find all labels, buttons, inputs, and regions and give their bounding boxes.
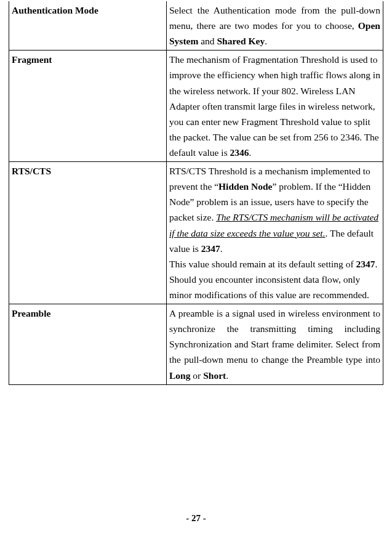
setting-desc-preamble: A preamble is a signal used in wireless … <box>167 304 383 385</box>
setting-desc-fragment: The mechanism of Fragmentation Threshold… <box>167 51 383 162</box>
setting-desc-rts-cts: RTS/CTS Threshold is a mechanism impleme… <box>167 162 383 304</box>
table-row: Fragment The mechanism of Fragmentation … <box>9 51 383 162</box>
table-row: RTS/CTS RTS/CTS Threshold is a mechanism… <box>9 162 383 304</box>
setting-label-authentication-mode: Authentication Mode <box>9 1 167 51</box>
setting-desc-authentication-mode: Select the Authentication mode from the … <box>167 1 383 51</box>
table-row: Preamble A preamble is a signal used in … <box>9 304 383 385</box>
setting-label-fragment: Fragment <box>9 51 167 162</box>
settings-table: Authentication Mode Select the Authentic… <box>9 1 383 385</box>
page-number: - 27 - <box>0 513 392 524</box>
page-content: Authentication Mode Select the Authentic… <box>0 0 392 385</box>
setting-label-preamble: Preamble <box>9 304 167 385</box>
rts-cts-paragraph-2: This value should remain at its default … <box>169 256 380 302</box>
table-row: Authentication Mode Select the Authentic… <box>9 1 383 51</box>
rts-cts-paragraph-1: RTS/CTS Threshold is a mechanism impleme… <box>169 163 380 256</box>
setting-label-rts-cts: RTS/CTS <box>9 162 167 304</box>
